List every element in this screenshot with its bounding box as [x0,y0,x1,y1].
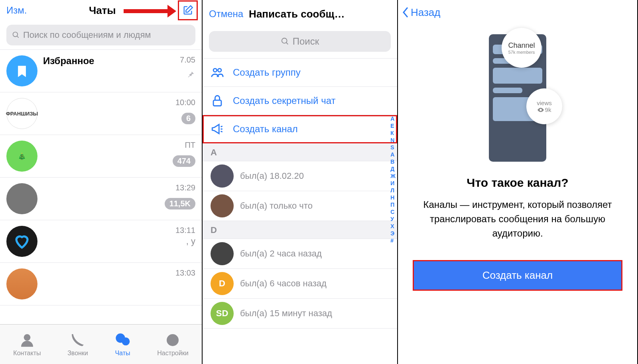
views-bubble: views 9k [526,88,562,124]
cancel-button[interactable]: Отмена [209,8,243,20]
contact-avatar [211,194,234,217]
search-placeholder: Поиск по сообщениям и людям [23,30,151,40]
unread-badge: 474 [173,155,195,167]
chat-time: ПТ [173,141,195,150]
compose-button[interactable] [178,0,198,20]
unread-badge: 11,5K [165,198,195,209]
create-channel-highlight: Создать канал [413,260,622,290]
svg-rect-8 [213,100,221,106]
section-header: D [203,221,397,239]
chat-row[interactable]: 🎄 ПТ474 [0,135,202,178]
chat-name: Избранное [43,55,195,67]
chat-time: 10:00 [175,98,195,107]
contact-row[interactable]: SDбыл(а) 15 минут назад [203,299,397,329]
chat-list: Избранное 7.05 ФРАНШИЗЫ ... 10:006 🎄 ПТ4… [0,49,202,312]
contact-status: был(а) 2 часа назад [240,249,322,259]
channel-illustration: Channel 57k members views 9k [482,29,553,164]
chat-snippet: , у [43,236,195,247]
chat-row-saved[interactable]: Избранное 7.05 [0,49,202,92]
chat-row[interactable]: 13:2911,5K [0,178,202,220]
chat-time: 7.05 [180,55,195,65]
intro-description: Каналы — инструмент, который позволяет т… [410,198,625,241]
pin-icon [187,70,195,79]
chat-avatar [6,183,37,214]
contact-status: был(а) 15 минут назад [240,308,332,319]
chevron-left-icon [402,6,410,18]
search-icon [12,31,20,39]
search-input[interactable]: Поиск [209,31,391,52]
new-group-button[interactable]: Создать группу [203,59,397,87]
page-title: Чаты [89,4,116,17]
chat-avatar [6,226,37,257]
tab-chats[interactable]: Чаты [114,332,130,357]
tab-settings[interactable]: Настройки [157,332,188,357]
chat-row[interactable]: ФРАНШИЗЫ ... 10:006 [0,92,202,135]
new-channel-button[interactable]: Создать канал [203,115,397,143]
lock-icon [211,94,224,108]
chat-time: 13:29 [165,183,195,192]
megaphone-icon [211,122,224,136]
chat-row[interactable]: 13:03 [0,263,202,305]
chat-time: 13:03 [175,268,195,278]
new-secret-chat-button[interactable]: Создать секретный чат [203,87,397,115]
intro-heading: Что такое канал? [406,176,629,190]
search-input[interactable]: Поиск по сообщениям и людям [6,25,195,45]
channel-intro-screen: Назад Channel 57k members views 9k Что т… [398,0,638,364]
contact-status: был(а) 18.02.20 [240,171,304,181]
tab-calls[interactable]: Звонки [67,332,88,357]
chats-screen: Изм. Чаты Поиск по сообщениям и людям Из… [0,0,203,364]
svg-point-7 [218,68,221,72]
contact-avatar: SD [211,302,234,325]
chat-avatar [6,268,37,299]
saved-messages-icon [6,55,37,86]
group-icon [211,66,224,79]
alpha-index[interactable]: АЕКNSАВДЖИЛНПСУХЭ# [390,115,396,244]
chat-time: 13:11 [175,226,195,235]
chat-row[interactable]: , у 13:11 [0,220,202,263]
unread-badge: 6 [181,113,195,124]
create-channel-button[interactable]: Создать канал [413,260,622,290]
contact-row[interactable]: был(а) только что [203,191,397,221]
tab-contacts[interactable]: Контакты [13,332,41,357]
contact-row[interactable]: был(а) 18.02.20 [203,161,397,191]
header: Отмена Написать сообщ… [203,0,397,28]
eye-icon [538,108,544,112]
svg-point-0 [13,32,18,37]
contact-avatar: D [211,272,234,295]
section-header: A [203,143,397,161]
svg-point-3 [122,337,130,345]
annotation-arrow [124,5,176,18]
contact-status: был(а) только что [240,201,313,211]
contact-avatar [211,242,234,265]
chat-avatar: ФРАНШИЗЫ [6,98,37,129]
search-placeholder: Поиск [293,36,319,47]
page-title: Написать сообщ… [249,8,391,20]
contact-avatar [211,164,234,188]
header: Назад [398,0,637,25]
contact-status: был(а) 6 часов назад [240,278,327,289]
search-icon [281,37,289,46]
chat-avatar: 🎄 [6,141,37,172]
contact-row[interactable]: Dбыл(а) 6 часов назад [203,269,397,299]
new-message-screen: Отмена Написать сообщ… Поиск Создать гру… [203,0,398,364]
edit-button[interactable]: Изм. [6,5,27,16]
svg-point-1 [24,334,31,341]
back-button[interactable]: Назад [402,6,441,19]
tab-bar: Контакты Звонки Чаты Настройки [0,324,202,364]
quick-actions: Создать группу Создать секретный чат Соз… [203,58,397,143]
compose-icon [182,5,193,16]
chat-snippet: ... [43,108,195,119]
contact-row[interactable]: был(а) 2 часа назад [203,239,397,269]
svg-point-4 [167,334,179,346]
svg-point-6 [213,68,217,72]
channel-bubble: Channel 57k members [502,28,542,68]
svg-point-5 [282,38,287,43]
